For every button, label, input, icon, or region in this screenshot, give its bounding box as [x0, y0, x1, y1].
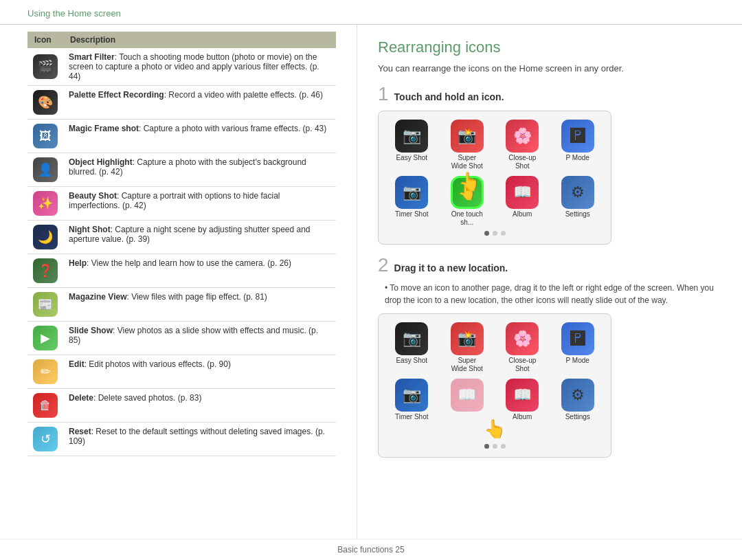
- icon-image: ✨: [33, 191, 58, 216]
- icon-image: 🎬: [33, 54, 58, 79]
- icon-cell: 🎬: [27, 48, 63, 86]
- table-row: 📰Magazine View: View files with page fli…: [27, 288, 336, 322]
- cam-icon: 📸Super Wide Shot: [442, 322, 493, 373]
- cam-icon-image: 📷: [395, 322, 428, 355]
- cam-icon-image: 📷: [395, 379, 428, 412]
- cam-icon-image: 📖: [506, 176, 539, 209]
- icon-cell: ✏: [27, 355, 63, 389]
- description-cell: Magic Frame shot: Capture a photo with v…: [63, 120, 336, 153]
- left-column: Icon Description 🎬Smart Filter: Touch a …: [0, 25, 357, 539]
- dot: [493, 444, 497, 449]
- description-cell: Magazine View: View files with page flip…: [63, 288, 336, 322]
- step-2-number: 2: [378, 256, 389, 275]
- cam-icon-label: P Mode: [566, 154, 589, 162]
- table-row: ✏Edit: Edit photos with various effects.…: [27, 355, 336, 389]
- cam-icon-image: ⚙: [561, 379, 594, 412]
- cam-icon-label: Settings: [565, 210, 590, 219]
- step-1: 1 Touch and hold an icon.: [378, 85, 721, 104]
- icon-cell: 🎨: [27, 86, 63, 120]
- icon-cell: 🖼: [27, 120, 63, 153]
- camera-ui-2: 📷Easy Shot📸Super Wide Shot🌸Close-up Shot…: [378, 313, 611, 458]
- step-2-text: Drag it to a new location.: [394, 262, 508, 273]
- description-cell: Night Shot: Capture a night scene by adj…: [63, 221, 336, 254]
- table-row: 🌙Night Shot: Capture a night scene by ad…: [27, 221, 336, 254]
- cam-icon-image: 🌸: [506, 120, 539, 153]
- cam-icon: ⚙Settings: [553, 379, 603, 421]
- camera-grid-2: 📷Easy Shot📸Super Wide Shot🌸Close-up Shot…: [387, 322, 603, 421]
- description-cell: Slide Show: View photos as a slide show …: [63, 322, 336, 355]
- description-cell: Help: View the help and learn how to use…: [63, 254, 336, 288]
- cam-icon: 🌸Close-up Shot: [497, 322, 548, 373]
- cam-icon-image: 🅿: [561, 322, 594, 355]
- description-cell: Smart Filter: Touch a shooting mode butt…: [63, 48, 336, 86]
- dots-row-1: [387, 231, 603, 236]
- icon-cell: ↺: [27, 423, 63, 456]
- main-content: Icon Description 🎬Smart Filter: Touch a …: [0, 25, 742, 539]
- icon-image: 🌙: [33, 225, 58, 249]
- intro-text: You can rearrange the icons on the Home …: [378, 63, 721, 74]
- cam-icon-label: Super Wide Shot: [451, 154, 483, 170]
- cam-icon-label: Easy Shot: [396, 154, 427, 162]
- description-cell: Object Highlight: Capture a photo with t…: [63, 153, 336, 187]
- cam-icon-image: 📖: [451, 379, 484, 412]
- description-cell: Reset: Reset to the default settings wit…: [63, 423, 336, 456]
- footer-text: Basic functions: [337, 545, 393, 555]
- cam-icon-label: Album: [513, 210, 532, 219]
- dot: [484, 444, 489, 449]
- icon-cell: ▶: [27, 322, 63, 355]
- camera-ui-1: 📷Easy Shot📸Super Wide Shot🌸Close-up Shot…: [378, 111, 611, 245]
- icon-cell: 👤: [27, 153, 63, 187]
- icon-cell: 🗑: [27, 389, 63, 423]
- icon-image: 🎨: [33, 90, 58, 115]
- top-nav: Using the Home screen: [0, 0, 742, 25]
- description-cell: Edit: Edit photos with various effects. …: [63, 355, 336, 389]
- icon-image: ↺: [33, 427, 58, 451]
- step-1-number: 1: [378, 85, 389, 104]
- right-column: Rearranging icons You can rearrange the …: [357, 25, 742, 539]
- cam-icon-label: Easy Shot: [396, 357, 427, 365]
- cam-icon-image: 📷: [395, 176, 428, 209]
- icon-image: 🗑: [33, 393, 58, 418]
- cam-icon: 📖: [442, 379, 493, 421]
- description-cell: Delete: Delete saved photos. (p. 83): [63, 389, 336, 423]
- cam-icon: 📷Easy Shot: [387, 322, 437, 373]
- cam-icon: 📖Album: [497, 379, 548, 421]
- table-row: 🎬Smart Filter: Touch a shooting mode but…: [27, 48, 336, 86]
- dot: [493, 231, 497, 236]
- cam-icon-image: 📸: [451, 120, 484, 153]
- footer: Basic functions 25: [0, 539, 742, 560]
- icon-image: 👤: [33, 157, 58, 182]
- cam-icon-image: 📖: [506, 379, 539, 412]
- icon-image: ✏: [33, 359, 58, 384]
- col-icon: Icon: [27, 32, 63, 48]
- cam-icon-image: 📷: [395, 120, 428, 153]
- footer-page: 25: [395, 545, 404, 555]
- cam-icon-label: P Mode: [566, 357, 589, 365]
- section-title: Rearranging icons: [378, 38, 721, 56]
- cam-icon-label: Close-up Shot: [508, 154, 536, 170]
- cam-icon-label: Close-up Shot: [508, 357, 536, 373]
- dot: [484, 231, 489, 236]
- breadcrumb: Using the Home screen: [27, 8, 121, 19]
- hand-cursor: 👆: [458, 171, 480, 192]
- cam-icon-label: Timer Shot: [395, 413, 429, 421]
- cam-icon-label: Super Wide Shot: [451, 357, 483, 373]
- icon-image: 📰: [33, 292, 58, 317]
- cam-icon-image: 👆👆: [451, 176, 484, 209]
- description-cell: Beauty Shot: Capture a portrait with opt…: [63, 187, 336, 221]
- cam-icon: 👆👆One touch sh...: [442, 176, 493, 227]
- table-row: ▶Slide Show: View photos as a slide show…: [27, 322, 336, 355]
- col-description: Description: [63, 32, 336, 48]
- dot: [501, 444, 506, 449]
- table-row: 🖼Magic Frame shot: Capture a photo with …: [27, 120, 336, 153]
- cam-icon: 🅿P Mode: [553, 120, 603, 170]
- icon-cell: ❓: [27, 254, 63, 288]
- dot: [501, 231, 506, 236]
- icon-image: 🖼: [33, 124, 58, 148]
- page-container: Using the Home screen Icon Description 🎬…: [0, 0, 742, 560]
- cam-icon: 📷Timer Shot: [387, 379, 437, 421]
- icon-image: ▶: [33, 326, 58, 350]
- step-1-text: Touch and hold an icon.: [394, 91, 504, 102]
- cam-icon-label: One touch sh...: [451, 210, 483, 227]
- icon-image: ❓: [33, 258, 58, 283]
